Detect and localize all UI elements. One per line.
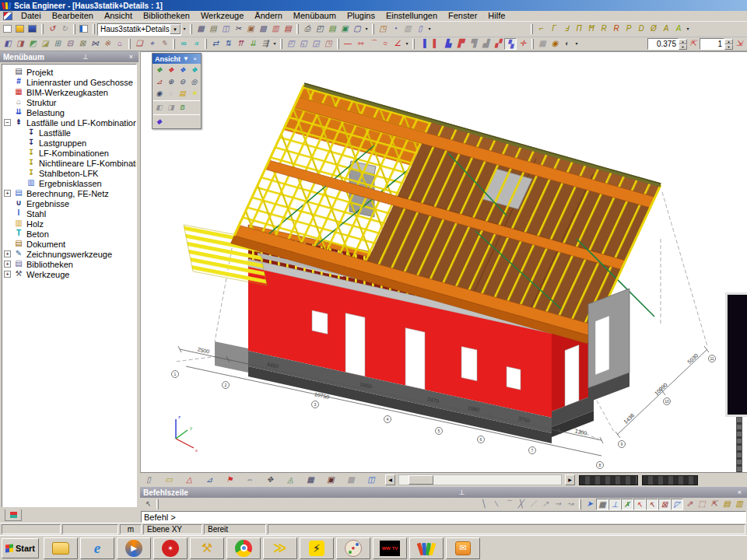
command-input[interactable] [141,511,746,523]
node-tool-icon[interactable] [2,38,14,50]
node-tool-icon[interactable] [51,38,64,50]
mdi-document-icon[interactable] [3,12,12,20]
quicklaunch-media-player[interactable]: ▶ [117,537,151,559]
render-settings-icon[interactable] [177,88,188,100]
beam-tool-icon[interactable] [548,23,560,35]
scale-spinner-arrows[interactable]: ▲▼ [679,39,687,50]
cursor-snap-icon[interactable] [584,499,596,510]
redo-icon[interactable] [58,23,71,35]
quicklaunch-chrome[interactable] [226,537,261,559]
menu-plugins[interactable]: Plugins [342,11,381,21]
beam-tool-icon[interactable] [622,23,635,35]
undo-icon[interactable] [46,23,58,35]
menu-ansicht[interactable]: Ansicht [99,11,138,21]
vp-axis-icon[interactable] [183,474,195,486]
snap-line-icon[interactable] [477,499,489,510]
scroll-left-icon[interactable]: ◀ [385,474,395,485]
member-edit-icon[interactable] [517,38,529,50]
zoom-in-icon[interactable] [165,76,177,88]
menu-menubaum[interactable]: Menübaum [288,11,342,21]
node-tool-icon[interactable] [26,38,39,50]
node-tool-icon[interactable] [76,38,89,50]
chevron-down-icon[interactable]: ▼ [183,55,190,62]
snap-midpoint-icon[interactable] [646,499,658,510]
member-edit-icon[interactable] [504,38,517,50]
snap-segment-icon[interactable] [489,499,502,510]
toolbar-icon[interactable] [219,23,232,35]
view-x-icon[interactable] [165,65,177,76]
menu-fenster[interactable]: Fenster [443,11,482,21]
vp-mesh-icon[interactable] [284,474,296,486]
tree-item-projekt[interactable]: Projekt [4,67,136,77]
view-z-icon[interactable] [188,65,200,76]
clipboard-b-icon[interactable] [177,102,188,114]
tree-item-holz[interactable]: Holz [4,219,136,229]
zoom-out-icon[interactable] [177,76,188,88]
dimension-dropdown-icon[interactable] [404,38,410,50]
close-icon[interactable]: × [735,488,744,496]
picture-icon[interactable] [338,23,351,35]
vp-flag-icon[interactable] [223,474,236,486]
new-document-icon[interactable] [2,23,14,35]
menu-werkzeuge[interactable]: Werkzeuge [195,11,249,21]
combo-extra-dropdown-icon[interactable] [181,23,188,35]
toolbar-icon[interactable] [232,23,244,35]
select-tool-icon[interactable] [158,38,170,50]
view-axo-icon[interactable] [153,65,165,76]
vp-print-icon[interactable] [244,474,256,486]
horizontal-scrollbar[interactable] [398,474,562,485]
member-edit-icon[interactable] [492,38,504,50]
close-icon[interactable]: × [127,53,135,61]
expand-icon[interactable] [4,271,11,278]
tree-item-nichtlineare-lfk[interactable]: Nichtlineare LF-Kombinationen [4,158,136,168]
snap-cross-icon[interactable] [514,499,527,510]
toolbar-icon[interactable] [282,23,294,35]
photo-icon[interactable] [153,102,165,114]
menu-einstellungen[interactable]: Einstellungen [381,11,443,21]
snap-arc-icon[interactable] [502,499,514,510]
tree-item-beton[interactable]: Beton [4,229,136,239]
node-tool-icon[interactable] [114,38,126,50]
node-tool-icon[interactable] [39,38,51,50]
spin-up-icon[interactable]: ▲ [679,39,687,44]
beam-tool-icon[interactable] [560,23,573,35]
tree-item-dokument[interactable]: Dokument [4,239,136,249]
snap-lib-icon[interactable] [721,499,733,510]
scrollbar-thumb[interactable] [409,475,433,485]
save-view-icon[interactable] [536,38,549,50]
quicklaunch-internet-explorer[interactable]: e [80,537,114,559]
print-icon[interactable] [301,23,314,35]
tree-item-lf-kombinationen[interactable]: LF-Kombinationen [4,148,136,158]
camera-icon[interactable] [549,38,561,50]
member-edit-icon[interactable] [454,38,467,50]
snap-end-icon[interactable] [539,499,552,510]
menu-tree-tab[interactable] [5,509,22,521]
grid-snap-icon[interactable] [596,499,608,510]
snap-endpoint-icon[interactable] [633,499,646,510]
pin-icon[interactable]: ⊥ [81,53,89,61]
pin-icon[interactable]: ⊥ [458,488,466,496]
beam-tools-dropdown-icon[interactable] [685,23,691,35]
export-icon[interactable] [377,23,389,35]
beam-tool-icon[interactable] [660,23,672,35]
quicklaunch-file-manager[interactable] [44,537,78,559]
tree-item-belastung[interactable]: Belastung [4,107,136,117]
tree-item-berechnung[interactable]: Berechnung, FE-Netz [4,188,136,198]
quicklaunch-scia-engineer[interactable] [409,537,444,559]
beam-tool-icon[interactable] [535,23,548,35]
tree-item-stahlbeton-lfk[interactable]: Stahlbeton-LFK [4,168,136,178]
move-tool-icon[interactable] [247,38,259,50]
open-icon[interactable] [14,23,26,35]
scroll-right-icon[interactable]: ▶ [565,474,575,485]
member-edit-icon[interactable] [442,38,454,50]
collapse-icon[interactable] [4,119,11,126]
view-y-icon[interactable] [177,65,188,76]
node-tool-icon[interactable] [64,38,76,50]
page-landscape-icon[interactable] [163,474,175,486]
window-tool-icon[interactable] [310,38,322,50]
beam-tool-icon[interactable] [598,23,610,35]
quicklaunch-mail[interactable]: ✉ [446,537,480,559]
gallery-icon[interactable] [326,23,338,35]
node-tool-icon[interactable] [101,38,114,50]
ucs-icon[interactable] [153,76,165,88]
